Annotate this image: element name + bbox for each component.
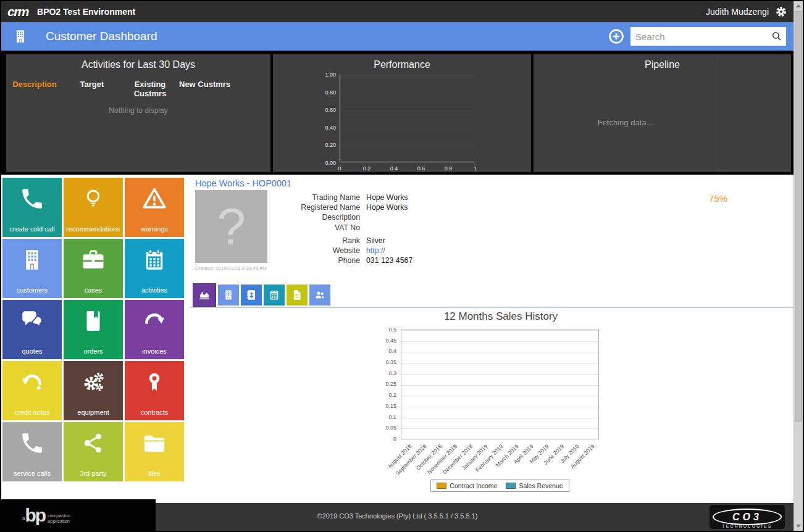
tile-label: credit notes: [2, 409, 62, 416]
sales-chart-title: 12 Months Sales History: [400, 310, 601, 323]
search-input[interactable]: [630, 27, 786, 46]
performance-y-tick: 0.40: [325, 125, 336, 131]
field-value[interactable]: http://: [366, 246, 385, 256]
environment-title: BPO2 Test Environment: [37, 7, 135, 17]
tile-contracts[interactable]: contracts: [125, 361, 184, 420]
tile-3rd-party[interactable]: 3rd party: [64, 422, 123, 481]
field-row: Registered Name Hope Works: [243, 202, 408, 212]
activities-column-header[interactable]: Description: [6, 80, 63, 99]
tab-people[interactable]: [309, 285, 330, 305]
performance-y-tick: 0.80: [325, 90, 336, 96]
field-row: VAT No: [243, 223, 408, 233]
chart-area-icon: [198, 288, 211, 302]
performance-y-tick: 1.00: [325, 72, 336, 78]
gears-icon: [80, 369, 106, 395]
tile-label: files: [125, 470, 184, 477]
award-icon: [141, 369, 167, 395]
share-icon: [80, 430, 106, 456]
tile-invoices[interactable]: invoices: [125, 300, 184, 359]
activities-column-header[interactable]: New Custmrs: [179, 80, 230, 99]
sales-y-tick: 0.05: [385, 425, 396, 431]
field-value[interactable]: Silver: [366, 236, 385, 246]
co3-logo-text: CO3: [732, 512, 762, 523]
user-name[interactable]: Judith Mudzengi: [706, 7, 769, 17]
performance-x-axis: 00.20.40.60.81: [332, 165, 483, 172]
tab-activities[interactable]: [264, 285, 285, 305]
add-button-icon[interactable]: [608, 28, 624, 44]
sales-y-tick: 0.15: [385, 404, 396, 409]
sales-y-tick: 0.45: [385, 338, 396, 344]
tile-label: activities: [125, 286, 184, 294]
performance-x-tick: 1: [468, 165, 483, 172]
tile-label: cases: [64, 286, 123, 294]
tile-cases[interactable]: cases: [64, 239, 123, 298]
pipeline-divider: [718, 57, 718, 170]
sales-y-tick: 0.2: [388, 393, 396, 398]
main-content: create cold call recommendations warning…: [1, 175, 794, 503]
settings-gear-icon[interactable]: [775, 6, 787, 18]
tile-files[interactable]: files: [125, 422, 184, 481]
page-title: Customer Dashboard: [46, 30, 157, 43]
sales-x-axis: August 2018 September 2018 October 2018 …: [401, 441, 599, 480]
sales-y-tick: 0: [393, 436, 396, 442]
detail-tabs: [193, 283, 330, 307]
vertical-scrollbar[interactable]: [794, 1, 803, 531]
search-box: [630, 27, 786, 46]
scrollbar-up-arrow[interactable]: [794, 1, 803, 10]
tile-quotes[interactable]: quotes: [2, 300, 62, 359]
tile-customers[interactable]: customers: [2, 239, 62, 298]
chat-icon: [19, 308, 45, 334]
people-icon: [314, 289, 326, 301]
activities-column-header[interactable]: Existing Custmrs: [121, 80, 179, 99]
building-icon: [222, 289, 235, 301]
tile-recommendations[interactable]: recommendations: [64, 178, 123, 237]
tile-create-cold-call[interactable]: create cold call: [2, 178, 62, 237]
field-row: Trading Name Hope Works: [243, 193, 408, 202]
building-icon: [19, 247, 45, 273]
warning-icon: [141, 186, 167, 212]
legend-swatch: [437, 483, 446, 489]
sales-plot-area: [401, 330, 599, 439]
document-icon: [291, 289, 303, 301]
search-icon[interactable]: [771, 30, 783, 43]
activities-column-header[interactable]: Target: [63, 80, 121, 99]
app-window: crm BPO2 Test Environment Judith Mudzeng…: [0, 0, 804, 532]
tile-label: contracts: [125, 409, 184, 416]
performance-x-tick: 0.2: [359, 165, 374, 172]
tab-customer-info[interactable]: [218, 285, 239, 305]
performance-x-tick: 0: [332, 165, 347, 172]
tile-activities[interactable]: activities: [125, 239, 184, 298]
tab-documents[interactable]: [287, 285, 308, 305]
tile-service-calls[interactable]: service calls: [2, 422, 62, 481]
scrollbar-down-arrow[interactable]: [794, 522, 803, 531]
tab-sales-chart[interactable]: [193, 283, 216, 307]
field-value[interactable]: 031 123 4567: [366, 256, 412, 265]
tab-contacts[interactable]: [241, 285, 262, 305]
co3-logo-subtext: TECHNOLOGIES: [710, 524, 785, 528]
tile-warnings[interactable]: warnings: [125, 178, 184, 237]
performance-plot-area: [340, 75, 475, 162]
tile-label: warnings: [125, 225, 184, 233]
tile-label: service calls: [2, 470, 62, 477]
briefcase-icon: [80, 247, 106, 273]
tile-label: 3rd party: [64, 470, 123, 477]
sales-y-tick: 0.35: [385, 360, 396, 365]
scrollbar-thumb[interactable]: [795, 11, 802, 422]
customer-link[interactable]: Hope Works - HOP0001: [195, 178, 291, 188]
tile-equipment[interactable]: equipment: [64, 361, 123, 420]
field-label: Trading Name: [243, 193, 360, 202]
pipeline-panel: Pipeline Fetching data...: [534, 54, 791, 172]
field-label: Rank: [243, 236, 360, 246]
contact-book-icon: [245, 289, 258, 301]
x-axis-slot: August 2019: [584, 441, 599, 480]
sales-y-tick: 0.5: [388, 327, 396, 333]
tile-credit-notes[interactable]: credit notes: [2, 361, 62, 420]
tile-orders[interactable]: orders: [64, 300, 123, 359]
sales-y-tick: 0.1: [388, 415, 396, 420]
tile-label: quotes: [2, 347, 62, 355]
pipeline-panel-title: Pipeline: [534, 54, 791, 70]
activities-column-headers: DescriptionTargetExisting CustmrsNew Cus…: [6, 80, 270, 99]
field-label: Registered Name: [243, 202, 360, 212]
field-label: Phone: [243, 256, 360, 265]
field-row: Description: [243, 212, 408, 222]
